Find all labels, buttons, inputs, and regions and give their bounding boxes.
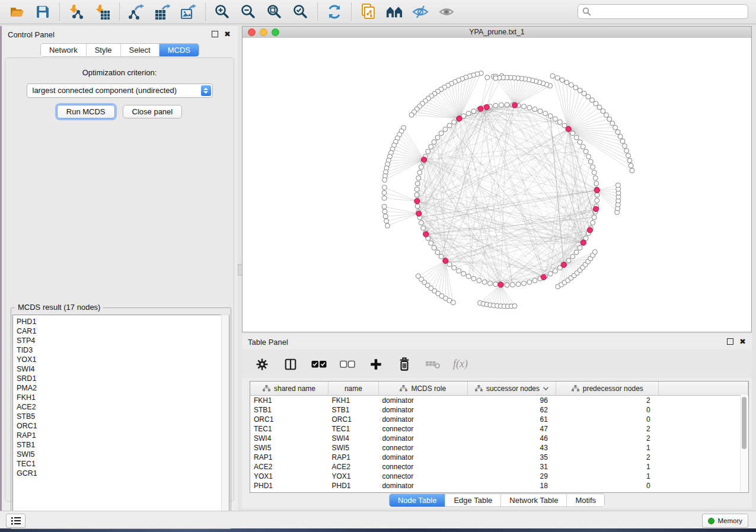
window-maximize-icon[interactable] (272, 28, 279, 36)
save-icon[interactable] (34, 4, 51, 20)
mcds-result-item[interactable]: TEC1 (13, 459, 229, 469)
window-close-icon[interactable] (248, 28, 256, 36)
table-settings-gear-icon[interactable] (254, 356, 270, 373)
table-cell: 62 (467, 405, 556, 415)
mcds-result-item[interactable]: ACE2 (13, 402, 229, 412)
mcds-result-item[interactable]: SRD1 (13, 374, 229, 383)
select-all-icon[interactable] (311, 356, 327, 373)
close-panel-icon[interactable]: ✖ (739, 338, 746, 345)
mcds-result-list[interactable]: PHD1CAR1STP4TID3YOX1SWI4SRD1PMA2FKH1ACE2… (12, 315, 229, 527)
table-scrollbar[interactable] (740, 395, 748, 492)
import-table-icon[interactable] (94, 4, 111, 20)
close-panel-icon[interactable]: ✖ (224, 31, 231, 37)
table-cell: RAP1 (250, 453, 328, 462)
delete-table-icon (425, 356, 441, 373)
window-minimize-icon[interactable] (260, 28, 267, 36)
show-graphics-details-icon[interactable] (438, 4, 455, 20)
mcds-result-item[interactable]: RAP1 (13, 431, 229, 440)
column-header-MCDS-role[interactable]: MCDS role (378, 382, 467, 396)
apply-layout-icon[interactable] (326, 4, 343, 20)
memory-button[interactable]: Memory (702, 514, 748, 528)
table-cell: 1 (556, 462, 659, 472)
table-row[interactable]: TEC1TEC1connector472 (250, 424, 748, 434)
search-box[interactable] (578, 4, 748, 19)
mcds-result-item[interactable]: GCR1 (13, 469, 229, 478)
table-cell: connector (378, 443, 467, 453)
table-cell: TEC1 (250, 424, 328, 434)
add-column-icon[interactable] (368, 356, 384, 373)
show-columns-icon[interactable] (282, 356, 299, 373)
mcds-result-item[interactable]: PMA2 (13, 383, 229, 393)
mcds-result-title: MCDS result (17 nodes) (15, 303, 103, 312)
table-row[interactable]: STB1STB1dominator620 (250, 405, 748, 415)
tab-style[interactable]: Style (86, 44, 120, 56)
import-network-icon[interactable] (68, 4, 85, 20)
tab-select[interactable]: Select (120, 44, 159, 56)
table-row[interactable]: FKH1FKH1dominator962 (250, 396, 748, 406)
zoom-out-icon[interactable] (240, 4, 257, 20)
table-row[interactable]: PHD1PHD1dominator180 (250, 481, 748, 491)
column-header-predecessor-nodes[interactable]: predecessor nodes (556, 382, 659, 396)
tab-network[interactable]: Network (41, 44, 86, 56)
table-cell: STB1 (250, 405, 328, 415)
mcds-result-item[interactable]: PHD1 (13, 317, 229, 326)
table-cell: PHD1 (250, 481, 328, 491)
close-panel-button[interactable]: Close panel (123, 105, 183, 118)
deselect-all-icon[interactable] (339, 356, 356, 373)
export-network-icon[interactable] (128, 4, 145, 20)
table-cell: 2 (556, 434, 659, 443)
table-cell: ORC1 (250, 415, 328, 424)
table-scrollbar-thumb[interactable] (742, 397, 747, 449)
table-cell: SWI5 (328, 443, 378, 453)
table-row[interactable]: SWI4SWI4dominator462 (250, 434, 748, 443)
mcds-result-item[interactable]: SWI4 (13, 364, 229, 374)
export-image-icon[interactable] (180, 4, 197, 20)
tab-edge-table[interactable]: Edge Table (445, 494, 500, 507)
delete-column-trash-icon[interactable] (396, 356, 413, 373)
log-console-button[interactable] (6, 514, 25, 528)
search-input[interactable] (594, 7, 748, 17)
tab-network-table[interactable]: Network Table (500, 494, 566, 507)
column-header-successor-nodes[interactable]: successor nodes (467, 382, 556, 396)
mcds-result-item[interactable]: FKH1 (13, 393, 229, 402)
mcds-result-item[interactable]: STB1 (13, 440, 229, 450)
mcds-result-item[interactable]: TID3 (13, 345, 229, 355)
tab-node-table[interactable]: Node Table (390, 494, 445, 507)
mcds-result-item[interactable]: SWI5 (13, 450, 229, 459)
float-panel-icon[interactable] (212, 31, 218, 37)
table-row[interactable]: SWI5SWI5connector431 (250, 443, 748, 453)
table-row[interactable]: RAP1RAP1dominator352 (250, 453, 748, 462)
export-table-icon[interactable] (154, 4, 171, 20)
mcds-result-item[interactable]: ORC1 (13, 421, 229, 431)
function-builder-icon: f(x) (453, 358, 468, 370)
share-network-icon[interactable] (360, 4, 377, 20)
tab-mcds[interactable]: MCDS (159, 44, 199, 56)
column-header-shared-name[interactable]: shared name (250, 382, 328, 396)
mcds-list-scrollbar[interactable] (221, 315, 229, 527)
table-cell: ACE2 (328, 462, 378, 472)
table-cell-empty (659, 415, 748, 424)
zoom-fit-icon[interactable] (266, 4, 283, 20)
float-panel-icon[interactable] (727, 338, 733, 345)
table-row[interactable]: ACE2ACE2connector311 (250, 462, 748, 472)
open-file-icon[interactable] (8, 4, 25, 20)
table-row[interactable]: ORC1ORC1dominator610 (250, 415, 748, 424)
tab-motifs[interactable]: Motifs (566, 494, 604, 507)
network-window-titlebar[interactable]: YPA_prune.txt_1 (243, 27, 751, 39)
run-mcds-button[interactable]: Run MCDS (57, 105, 115, 118)
hide-graphics-details-icon[interactable] (412, 4, 429, 20)
mcds-result-item[interactable]: YOX1 (13, 355, 229, 364)
zoom-in-icon[interactable] (214, 4, 231, 20)
first-neighbors-icon[interactable] (386, 4, 403, 20)
criterion-select[interactable]: largest connected component (undirected) (27, 84, 213, 98)
table-cell: TEC1 (328, 424, 378, 434)
column-header-name[interactable]: name (328, 382, 378, 396)
node-table[interactable]: shared namenameMCDS rolesuccessor nodesp… (250, 381, 749, 493)
table-cell: connector (378, 462, 467, 472)
table-row[interactable]: YOX1YOX1connector291 (250, 472, 748, 481)
mcds-result-item[interactable]: STP4 (13, 336, 229, 345)
zoom-selected-icon[interactable] (292, 4, 309, 20)
mcds-result-item[interactable]: CAR1 (13, 326, 229, 336)
mcds-result-item[interactable]: STB5 (13, 412, 229, 421)
network-canvas[interactable] (243, 38, 751, 332)
